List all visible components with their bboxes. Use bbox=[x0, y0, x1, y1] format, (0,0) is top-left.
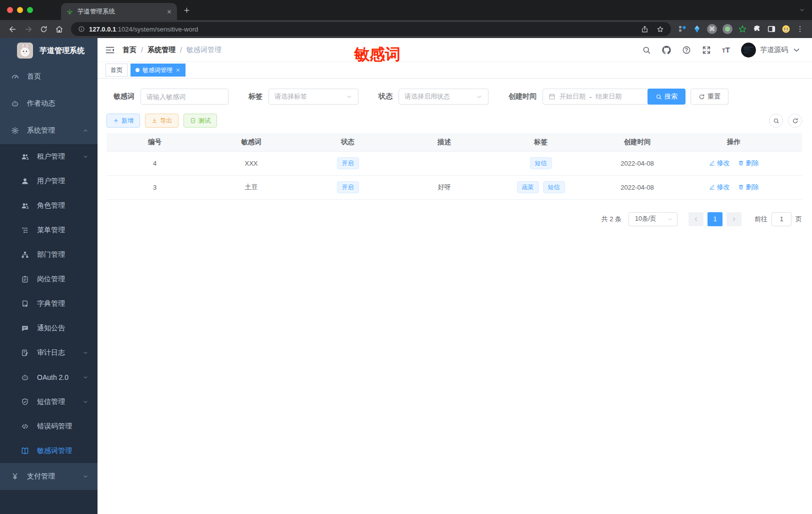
browser-tab[interactable]: 芋道管理系统 bbox=[61, 3, 177, 20]
breadcrumb-item-1[interactable]: 系统管理 bbox=[148, 46, 176, 55]
export-button[interactable]: 导出 bbox=[145, 114, 178, 128]
extension-dot-icon[interactable] bbox=[722, 24, 732, 34]
table-header-row: 编号敏感词状态描述标签创建时间操作 bbox=[106, 133, 802, 151]
tag-chip: 短信 bbox=[543, 181, 565, 193]
test-button[interactable]: 测试 bbox=[184, 114, 217, 128]
toggle-search-button[interactable] bbox=[769, 114, 783, 128]
font-size-icon[interactable]: TT bbox=[722, 46, 730, 54]
browser-menu-icon[interactable] bbox=[796, 25, 804, 33]
cell-actions: 修改删除 bbox=[686, 175, 782, 199]
minimize-window-button[interactable] bbox=[17, 7, 23, 13]
app-title: 芋道管理系统 bbox=[40, 46, 84, 56]
extension-star-icon[interactable] bbox=[738, 25, 747, 34]
cell-word: 土豆 bbox=[203, 175, 300, 199]
new-tab-button[interactable] bbox=[183, 7, 190, 14]
page-tab-1[interactable]: 敏感词管理 bbox=[130, 64, 186, 77]
github-icon[interactable] bbox=[662, 46, 671, 55]
profile-emoji-icon[interactable] bbox=[782, 25, 790, 34]
date-label: 创建时间 bbox=[508, 92, 536, 101]
calendar-icon bbox=[548, 93, 556, 100]
sidebar-item-10[interactable]: 通知公告 bbox=[0, 316, 98, 340]
refresh-table-button[interactable] bbox=[788, 114, 802, 128]
sidebar-logo[interactable]: 芋道管理系统 bbox=[0, 38, 98, 63]
pencil-icon bbox=[709, 160, 715, 166]
sidebar-item-3[interactable]: 租户管理 bbox=[0, 144, 98, 169]
trash-icon bbox=[738, 160, 744, 166]
side-panel-icon[interactable] bbox=[767, 25, 776, 34]
back-button[interactable] bbox=[8, 25, 17, 34]
keyword-input[interactable] bbox=[146, 93, 222, 101]
breadcrumb-item-0[interactable]: 首页 bbox=[122, 46, 136, 55]
shield-icon bbox=[21, 398, 29, 406]
sidebar-item-2[interactable]: 系统管理 bbox=[0, 117, 98, 144]
extension-cmd-icon[interactable]: ⌘ bbox=[707, 24, 717, 34]
tab-search-chevron-icon[interactable] bbox=[799, 7, 805, 13]
rabbit-logo-icon bbox=[17, 43, 33, 59]
status-select[interactable]: 请选择启用状态 bbox=[398, 89, 488, 105]
sidebar-item-1[interactable]: 作者动态 bbox=[0, 90, 98, 117]
reload-button[interactable] bbox=[40, 25, 48, 34]
users-icon bbox=[21, 202, 29, 210]
sidebar-item-label: 敏感词管理 bbox=[37, 446, 72, 455]
red-annotation-text: 敏感词 bbox=[354, 44, 400, 65]
plus-icon bbox=[113, 118, 119, 124]
collapse-sidebar-icon[interactable] bbox=[98, 45, 122, 55]
add-button[interactable]: 新增 bbox=[106, 114, 140, 128]
next-page-button[interactable] bbox=[726, 212, 742, 226]
page-size-select[interactable]: 10条/页 bbox=[628, 212, 678, 226]
sidebar-item-label: 首页 bbox=[27, 72, 41, 81]
sidebar-item-13[interactable]: 短信管理 bbox=[0, 389, 98, 414]
forward-button[interactable] bbox=[24, 25, 32, 34]
table-toolbar: 新增 导出 测试 bbox=[106, 114, 802, 128]
sidebar-item-9[interactable]: 字典管理 bbox=[0, 291, 98, 316]
tab-close-icon[interactable] bbox=[166, 9, 172, 15]
delete-button[interactable]: 删除 bbox=[738, 159, 759, 168]
page-number-button[interactable]: 1 bbox=[708, 212, 722, 226]
sidebar-item-12[interactable]: OAuth 2.0 bbox=[0, 365, 98, 389]
download-icon bbox=[152, 118, 158, 124]
comment-icon bbox=[21, 324, 29, 332]
page-tab-0[interactable]: 首页 bbox=[106, 64, 128, 77]
delete-button[interactable]: 删除 bbox=[738, 183, 759, 192]
edit-button[interactable]: 修改 bbox=[709, 183, 730, 192]
bookmark-star-icon[interactable] bbox=[656, 26, 664, 33]
sidebar-item-14[interactable]: 错误码管理 bbox=[0, 414, 98, 438]
site-info-icon[interactable] bbox=[78, 26, 85, 33]
close-icon[interactable] bbox=[176, 68, 180, 73]
reset-button[interactable]: 重置 bbox=[690, 89, 728, 105]
date-range-picker[interactable]: 开始日期 - 结束日期 bbox=[542, 89, 656, 105]
sidebar-item-0[interactable]: 首页 bbox=[0, 63, 98, 90]
extension-kite-icon[interactable] bbox=[692, 25, 702, 34]
url-host: 127.0.0.1 bbox=[89, 26, 116, 33]
dict-icon bbox=[21, 300, 29, 308]
home-button[interactable] bbox=[55, 25, 64, 34]
tag-select[interactable]: 请选择标签 bbox=[268, 89, 358, 105]
sidebar-item-15[interactable]: 敏感词管理 bbox=[0, 438, 98, 463]
tag-label: 标签 bbox=[248, 92, 262, 101]
sidebar-item-4[interactable]: 用户管理 bbox=[0, 169, 98, 193]
sidebar-item-11[interactable]: 审计日志 bbox=[0, 340, 98, 365]
prev-page-button[interactable] bbox=[688, 212, 704, 226]
sidebar-item-5[interactable]: 角色管理 bbox=[0, 193, 98, 218]
maximize-window-button[interactable] bbox=[27, 7, 33, 13]
share-icon[interactable] bbox=[641, 26, 648, 33]
fullscreen-icon[interactable] bbox=[702, 46, 711, 55]
help-icon[interactable] bbox=[682, 46, 691, 55]
close-window-button[interactable] bbox=[7, 7, 13, 13]
sidebar-item-16[interactable]: 支付管理 bbox=[0, 463, 98, 490]
sidebar-item-6[interactable]: 菜单管理 bbox=[0, 218, 98, 242]
extensions-puzzle-icon[interactable] bbox=[752, 25, 762, 34]
column-header: 编号 bbox=[106, 133, 203, 151]
extension-grid-icon[interactable] bbox=[678, 25, 687, 34]
search-icon[interactable] bbox=[642, 46, 651, 55]
goto-page-input[interactable] bbox=[772, 212, 792, 226]
address-bar[interactable]: 127.0.0.1:1024/system/sensitive-word bbox=[71, 22, 671, 36]
user-menu[interactable]: 芋道源码 bbox=[741, 43, 801, 58]
chevron-down-icon bbox=[82, 399, 88, 405]
search-button[interactable]: 搜索 bbox=[648, 89, 686, 105]
edit-button[interactable]: 修改 bbox=[709, 159, 730, 168]
sensitive-word-table: 编号敏感词状态描述标签创建时间操作 4XXX开启短信2022-04-08修改删除… bbox=[106, 133, 802, 200]
sidebar-item-7[interactable]: 部门管理 bbox=[0, 242, 98, 267]
favicon-leaf-icon bbox=[66, 8, 74, 16]
sidebar-item-8[interactable]: 岗位管理 bbox=[0, 267, 98, 291]
